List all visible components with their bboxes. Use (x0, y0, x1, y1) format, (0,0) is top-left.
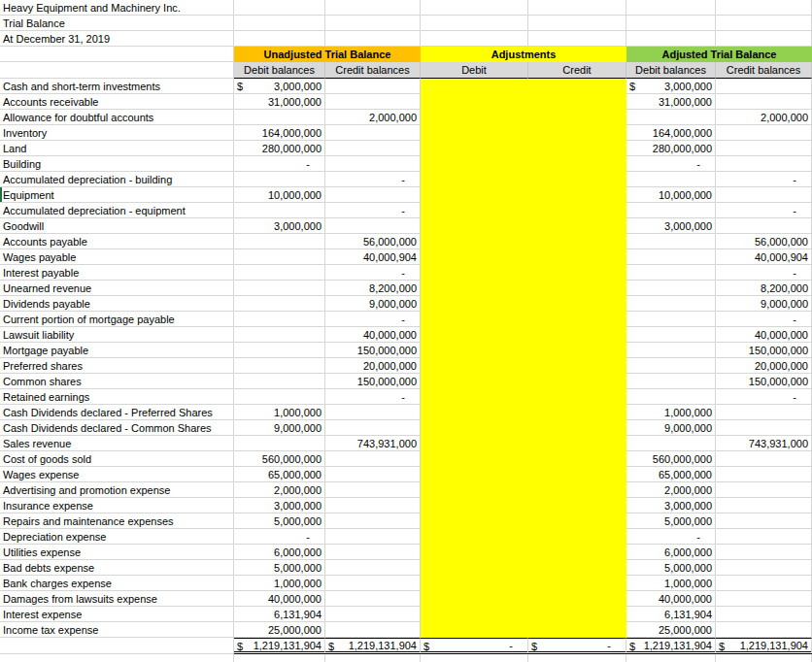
unadj-debit-cell[interactable]: 9,000,000 (234, 420, 325, 436)
unadj-credit-cell[interactable]: 743,931,000 (325, 436, 421, 451)
adjusted-credit-cell[interactable]: - (716, 312, 812, 327)
adjusted-credit-header[interactable]: Credit balances (716, 62, 812, 79)
empty-cell[interactable] (234, 654, 325, 662)
adjusted-debit-cell[interactable]: 5,000,000 (626, 560, 716, 576)
empty-cell[interactable] (0, 62, 234, 79)
adjusted-credit-cell[interactable]: 20,000,000 (716, 358, 812, 374)
unadj-credit-cell[interactable] (325, 218, 421, 234)
account-cell[interactable]: Accounts payable (0, 234, 234, 249)
unadj-debit-cell[interactable] (234, 312, 325, 327)
adjusted-band-header[interactable]: Adjusted Trial Balance (626, 47, 812, 62)
unadj-debit-cell[interactable] (234, 436, 325, 451)
empty-cell[interactable] (234, 0, 325, 16)
adjusted-credit-cell[interactable] (716, 79, 812, 94)
account-cell[interactable]: Unearned revenue (0, 281, 234, 296)
adj-credit-cell[interactable] (528, 498, 626, 513)
adj-debit-cell[interactable] (421, 296, 528, 312)
empty-cell[interactable] (528, 31, 626, 47)
adj-credit-cell[interactable] (528, 172, 626, 187)
adjusted-credit-cell[interactable] (716, 545, 812, 560)
adj-credit-cell[interactable] (528, 389, 626, 405)
unadj-credit-cell[interactable] (325, 607, 421, 622)
adjusted-credit-cell[interactable]: 40,000,000 (716, 327, 812, 343)
account-cell[interactable]: Mortgage payable (0, 343, 234, 358)
unadj-debit-cell[interactable] (234, 389, 325, 405)
adj-debit-total[interactable]: $- (421, 638, 528, 654)
account-cell[interactable]: Wages expense (0, 467, 234, 482)
adjusted-debit-cell[interactable]: $3,000,000 (626, 79, 716, 94)
empty-cell[interactable] (421, 16, 528, 31)
empty-cell[interactable] (626, 0, 716, 16)
adjusted-debit-cell[interactable] (626, 358, 716, 374)
unadj-credit-cell[interactable]: 20,000,000 (325, 358, 421, 374)
unadj-credit-cell[interactable] (325, 94, 421, 110)
unadj-debit-cell[interactable]: 5,000,000 (234, 560, 325, 576)
adjusted-debit-cell[interactable]: 5,000,000 (626, 513, 716, 529)
adj-debit-cell[interactable] (421, 327, 528, 343)
adj-credit-cell[interactable] (528, 343, 626, 358)
account-cell[interactable]: Allowance for doubtful accounts (0, 110, 234, 125)
adjusted-debit-cell[interactable] (626, 234, 716, 249)
adjusted-debit-cell[interactable]: 3,000,000 (626, 498, 716, 513)
adj-debit-cell[interactable] (421, 249, 528, 265)
adj-credit-cell[interactable] (528, 451, 626, 467)
empty-cell[interactable] (716, 16, 812, 31)
unadj-debit-cell[interactable]: 560,000,000 (234, 451, 325, 467)
adjusted-credit-cell[interactable] (716, 125, 812, 141)
adjusted-debit-cell[interactable]: 164,000,000 (626, 125, 716, 141)
adj-debit-cell[interactable] (421, 218, 528, 234)
adjusted-credit-cell[interactable]: 2,000,000 (716, 110, 812, 125)
unadj-debit-cell[interactable]: 6,000,000 (234, 545, 325, 560)
account-cell[interactable]: Damages from lawsuits expense (0, 591, 234, 607)
account-cell[interactable]: Building (0, 156, 234, 172)
adj-credit-cell[interactable] (528, 420, 626, 436)
adj-debit-cell[interactable] (421, 110, 528, 125)
adj-debit-cell[interactable] (421, 529, 528, 545)
empty-cell[interactable] (626, 31, 716, 47)
account-cell[interactable]: Lawsuit liability (0, 327, 234, 343)
unadj-credit-cell[interactable]: 8,200,000 (325, 281, 421, 296)
unadj-credit-cell[interactable]: - (325, 312, 421, 327)
adj-debit-cell[interactable] (421, 374, 528, 389)
adj-debit-cell[interactable] (421, 94, 528, 110)
adjusted-credit-cell[interactable]: 56,000,000 (716, 234, 812, 249)
adjusted-debit-cell[interactable] (626, 343, 716, 358)
unadj-debit-cell[interactable] (234, 234, 325, 249)
adjusted-credit-cell[interactable] (716, 576, 812, 591)
adjusted-debit-cell[interactable] (626, 296, 716, 312)
account-cell[interactable]: Inventory (0, 125, 234, 141)
unadj-credit-cell[interactable] (325, 405, 421, 420)
empty-cell[interactable] (325, 16, 421, 31)
account-cell[interactable]: Utilities expense (0, 545, 234, 560)
adj-credit-cell[interactable] (528, 125, 626, 141)
adjusted-credit-cell[interactable] (716, 513, 812, 529)
empty-cell[interactable] (325, 0, 421, 16)
unadj-credit-cell[interactable] (325, 156, 421, 172)
adj-credit-cell[interactable] (528, 607, 626, 622)
adjustments-band-header[interactable]: Adjustments (421, 47, 626, 62)
adj-debit-cell[interactable] (421, 420, 528, 436)
adj-debit-cell[interactable] (421, 187, 528, 203)
adjusted-debit-cell[interactable]: 280,000,000 (626, 141, 716, 156)
adjusted-credit-cell[interactable] (716, 591, 812, 607)
empty-cell[interactable] (626, 16, 716, 31)
account-cell[interactable]: Bank charges expense (0, 576, 234, 591)
unadj-debit-cell[interactable]: $3,000,000 (234, 79, 325, 94)
account-cell[interactable]: Bad debts expense (0, 560, 234, 576)
unadj-debit-cell[interactable]: 280,000,000 (234, 141, 325, 156)
adj-credit-cell[interactable] (528, 467, 626, 482)
adjusted-debit-cell[interactable]: 10,000,000 (626, 187, 716, 203)
account-cell[interactable]: Interest payable (0, 265, 234, 281)
unadj-credit-cell[interactable]: - (325, 389, 421, 405)
unadj-debit-cell[interactable]: 6,131,904 (234, 607, 325, 622)
unadj-credit-cell[interactable] (325, 513, 421, 529)
unadj-credit-cell[interactable]: 40,000,000 (325, 327, 421, 343)
unadj-debit-cell[interactable] (234, 374, 325, 389)
adjusted-debit-cell[interactable]: 65,000,000 (626, 467, 716, 482)
adjusted-debit-cell[interactable]: 25,000,000 (626, 622, 716, 638)
adjusted-credit-cell[interactable]: 9,000,000 (716, 296, 812, 312)
adjusted-debit-cell[interactable]: 31,000,000 (626, 94, 716, 110)
unadj-debit-cell[interactable]: 1,000,000 (234, 576, 325, 591)
adjusted-debit-cell[interactable]: 1,000,000 (626, 576, 716, 591)
adjusted-credit-cell[interactable] (716, 141, 812, 156)
